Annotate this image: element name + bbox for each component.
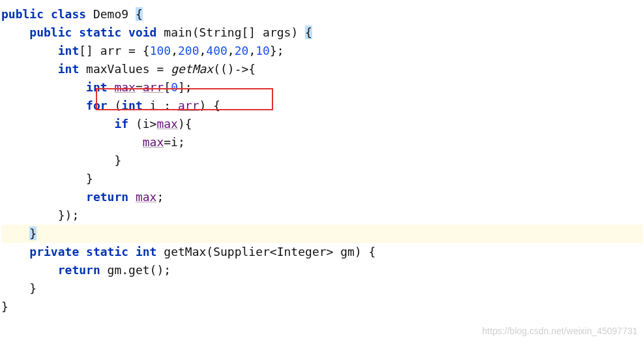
- line-6: for (int i : arr) {: [1, 99, 220, 112]
- line-5: int max=arr[0];: [1, 80, 192, 94]
- code-block: public class Demo9 { public static void …: [1, 5, 643, 316]
- line-17: }: [1, 300, 8, 313]
- line-4: int maxValues = getMax(()->{: [1, 62, 256, 76]
- line-13: }: [1, 225, 643, 243]
- line-16: }: [1, 281, 37, 295]
- line-3: int[] arr = {100,200,400,20,10};: [1, 44, 284, 57]
- line-11: return max;: [1, 190, 164, 204]
- line-2: public static void main(String[] args) {: [1, 25, 312, 39]
- watermark: https://blog.csdn.net/weixin_45097731: [482, 322, 637, 340]
- line-9: }: [1, 153, 121, 167]
- line-10: }: [1, 172, 93, 185]
- line-8: max=i;: [1, 135, 185, 149]
- line-7: if (i>max){: [1, 117, 192, 131]
- line-1: public class Demo9 {: [1, 7, 143, 21]
- line-12: });: [1, 208, 79, 222]
- line-14: private static int getMax(Supplier<Integ…: [1, 245, 375, 258]
- line-15: return gm.get();: [1, 263, 171, 277]
